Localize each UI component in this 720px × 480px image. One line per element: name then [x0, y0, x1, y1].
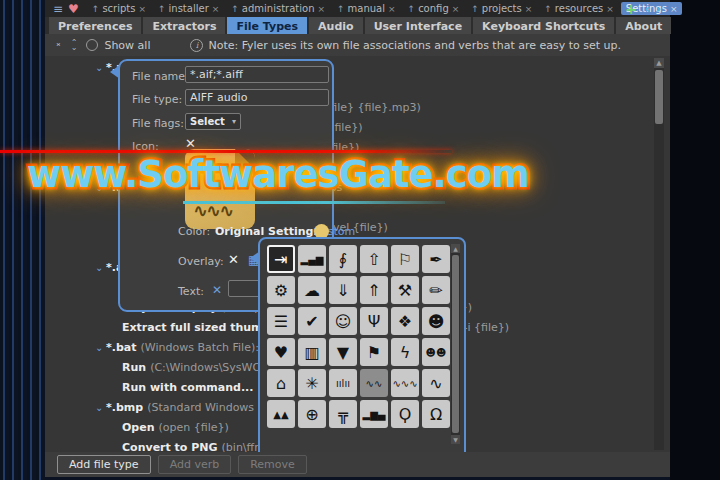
tab-close-icon[interactable]: ×: [525, 4, 533, 14]
wrench-icon-glyph: ⚙: [274, 281, 288, 300]
person-icon[interactable]: ☻: [422, 307, 450, 335]
picker-callout-notch: [250, 251, 260, 265]
waveform-bars-icon[interactable]: ıılıı: [329, 369, 357, 397]
file-type-label: File type:: [132, 93, 182, 106]
add-verb-button[interactable]: Add verb: [158, 455, 232, 474]
chevron-down-icon[interactable]: ⌄: [95, 258, 106, 278]
scroll-up-icon[interactable]: ▲: [654, 58, 664, 68]
bookmark-icon-glyph: ⚐: [398, 250, 412, 269]
file-type-input[interactable]: [185, 89, 329, 106]
bar-chart-icon[interactable]: ▂▄▆: [298, 245, 326, 273]
database-icon[interactable]: ☰: [267, 307, 295, 335]
show-all-label: Show all: [104, 39, 150, 52]
puzzle-icon[interactable]: ❖: [391, 307, 419, 335]
tab-extractors[interactable]: Extractors: [143, 17, 225, 34]
document-tab-config[interactable]: ↑config×: [403, 2, 465, 15]
desktop-background-right: [668, 0, 720, 480]
icon-picker-popup: ⇥▂▄▆∮⇧⚐✒⚙☁⇓⇑⚒✏☰✔☺Ψ❖☻♥▥▼⚑ϟ☻☻⌂✳ıılıı∿∿∿∿∿∿…: [258, 237, 466, 477]
file-name-input[interactable]: [185, 66, 329, 83]
file-flags-select[interactable]: Select ▾: [185, 113, 241, 130]
tab-audio[interactable]: Audio: [309, 17, 363, 34]
menu-icon[interactable]: ≡: [53, 3, 63, 15]
document-tab-scripts[interactable]: ↑scripts×: [87, 2, 151, 15]
chevron-down-icon[interactable]: ⌄: [95, 58, 106, 78]
tab-close-icon[interactable]: ×: [452, 4, 460, 14]
new-tab-button[interactable]: +: [625, 2, 637, 16]
tools-icon[interactable]: ⚒: [391, 276, 419, 304]
smiley-icon[interactable]: ☺: [329, 307, 357, 335]
cloud-download-icon[interactable]: ⇓: [329, 276, 357, 304]
sign-in-icon[interactable]: ⇥: [267, 245, 295, 273]
picker-scroll-up-icon[interactable]: ▲: [451, 244, 460, 253]
bolt-icon[interactable]: ϟ: [391, 338, 419, 366]
tab-close-icon[interactable]: ×: [138, 4, 146, 14]
tab-user-interface[interactable]: User Interface: [365, 17, 471, 34]
bookmark-icon[interactable]: ⚐: [391, 245, 419, 273]
nav-back-button[interactable]: ‹: [645, 3, 650, 15]
cloud-upload-icon[interactable]: ⇑: [360, 276, 388, 304]
document-tab-administration[interactable]: ↑administration×: [226, 2, 330, 15]
tab-preferences[interactable]: Preferences: [49, 17, 141, 34]
tab-close-icon[interactable]: ×: [317, 4, 325, 14]
collapse-all-icon[interactable]: ⌄⌃: [55, 40, 62, 50]
main-scrollbar-thumb[interactable]: [655, 70, 663, 124]
flag-icon-glyph: ⚑: [367, 343, 381, 362]
people-icon[interactable]: ☻☻: [422, 338, 450, 366]
show-all-radio[interactable]: [86, 39, 98, 51]
wrench-icon[interactable]: ⚙: [267, 276, 295, 304]
tab-close-icon[interactable]: ×: [606, 4, 614, 14]
picker-scroll-down-icon[interactable]: ▼: [451, 435, 460, 444]
color-label: Color:: [178, 225, 210, 238]
heart-icon[interactable]: ♥: [68, 3, 79, 15]
waveform-icon-2[interactable]: ∿∿∿: [391, 369, 419, 397]
document-tab-bar: ≡ ♥ ↑scripts×↑installer×↑administration×…: [45, 0, 670, 17]
funnel-icon[interactable]: ▼: [329, 338, 357, 366]
document-tab-manual[interactable]: ↑manual×: [332, 2, 401, 15]
tab-file-types[interactable]: File Types: [227, 17, 307, 34]
flag-icon[interactable]: ⚑: [360, 338, 388, 366]
molecule-icon[interactable]: ✳: [298, 369, 326, 397]
picker-scrollbar-thumb[interactable]: [452, 255, 459, 433]
document-tab-projects[interactable]: ↑projects×: [466, 2, 537, 15]
house-icon[interactable]: ⌂: [267, 369, 295, 397]
cloud-icon[interactable]: ☁: [298, 276, 326, 304]
check-icon[interactable]: ✔: [298, 307, 326, 335]
text-clear-icon[interactable]: ✕: [212, 283, 222, 297]
tab-close-icon[interactable]: ×: [670, 4, 678, 14]
expand-all-icon[interactable]: ⌃⌄: [71, 40, 78, 50]
bar-chart-icon-glyph: ▂▄▆: [300, 254, 323, 265]
remove-button[interactable]: Remove: [238, 455, 307, 474]
trophy-icon[interactable]: Ψ: [360, 307, 388, 335]
add-file-type-button[interactable]: Add file type: [57, 455, 151, 474]
pencil-icon[interactable]: ✏: [422, 276, 450, 304]
tab-keyboard-shortcuts[interactable]: Keyboard Shortcuts: [473, 17, 614, 34]
person-icon-glyph: ☻: [428, 312, 445, 331]
sitemap-icon-glyph: ╦: [338, 405, 348, 424]
film-icon[interactable]: ▥: [298, 338, 326, 366]
bulb-icon[interactable]: Ϙ: [391, 400, 419, 428]
sitemap-icon[interactable]: ╦: [329, 400, 357, 428]
chevron-down-icon[interactable]: ⌄: [95, 398, 106, 418]
paint-brush-icon[interactable]: ✒: [422, 245, 450, 273]
heart-icon[interactable]: ♥: [267, 338, 295, 366]
document-tab-resources[interactable]: ↑resources×: [539, 2, 619, 15]
nav-forward-button[interactable]: ›: [656, 3, 661, 15]
waveform-icon-1[interactable]: ∿∿: [360, 369, 388, 397]
people-icon-glyph: ☻☻: [426, 347, 447, 358]
overlay-clear-icon[interactable]: ✕: [228, 252, 239, 267]
waveform-icon-3[interactable]: ∿: [422, 369, 450, 397]
chevron-down-icon[interactable]: ⌄: [95, 338, 106, 358]
chart-columns-icon[interactable]: ▂▆▄: [360, 400, 388, 428]
tab-close-icon[interactable]: ×: [212, 4, 220, 14]
tab-about[interactable]: About: [616, 17, 671, 34]
paperclip-icon[interactable]: ∮: [329, 245, 357, 273]
document-tab-installer[interactable]: ↑installer×: [153, 2, 224, 15]
mountains-icon[interactable]: ▲▲: [267, 400, 295, 428]
lock-icon[interactable]: Ω: [422, 400, 450, 428]
upload-icon[interactable]: ⇧: [360, 245, 388, 273]
globe-icon[interactable]: ⊕: [298, 400, 326, 428]
waveform-icon-1-glyph: ∿∿: [366, 378, 383, 389]
tab-close-icon[interactable]: ×: [388, 4, 396, 14]
heart-icon-glyph: ♥: [274, 343, 288, 362]
toolbar-note: Note: Fyler uses its own file associatio…: [208, 39, 621, 52]
